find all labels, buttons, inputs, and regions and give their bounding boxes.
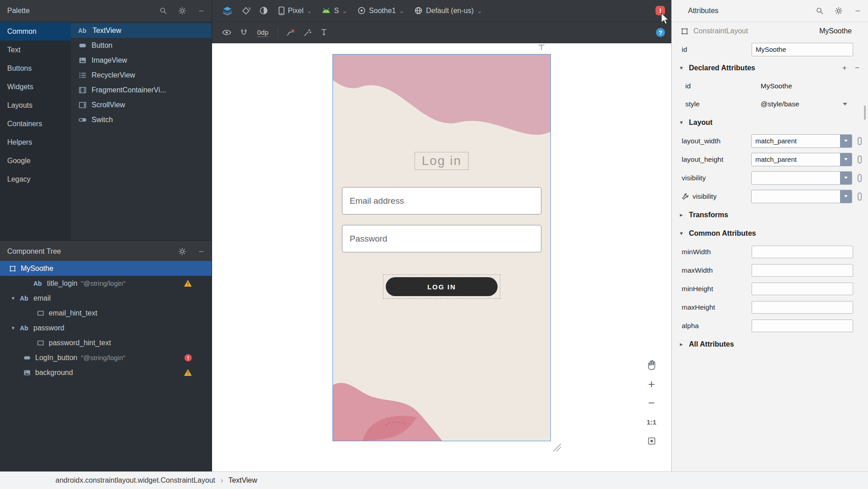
tools-attribute-pill-icon[interactable]	[858, 155, 862, 164]
design-surface[interactable]: Log in Email address Password LOG IN + −…	[212, 43, 671, 471]
palette-category-legacy[interactable]: Legacy	[0, 170, 71, 188]
minimize-icon[interactable]: −	[854, 7, 862, 15]
pack-align-icon[interactable]	[320, 28, 328, 37]
textview-title-login[interactable]: Log in	[415, 152, 469, 170]
zoom-out-icon[interactable]: −	[648, 398, 655, 408]
login-button-view[interactable]: LOG IN	[383, 274, 500, 299]
textview-icon: Ab	[78, 27, 88, 34]
default-margin-selector[interactable]: 0dp	[257, 28, 268, 37]
section-layout[interactable]: ▾ Layout	[672, 113, 868, 132]
palette-component-button[interactable]: Button	[71, 38, 212, 53]
chevron-down-icon: ⌄	[477, 9, 482, 13]
login-button[interactable]: LOG IN	[386, 277, 498, 296]
chevron-down-icon[interactable]: ▾	[10, 324, 16, 331]
tree-item-background[interactable]: background !	[0, 365, 212, 380]
declared-row-id[interactable]: id MySoothe	[672, 77, 868, 95]
zoom-actual-size-button[interactable]: 1:1	[646, 416, 656, 427]
section-transforms[interactable]: ▸ Transforms	[672, 206, 868, 224]
design-blueprint-icon[interactable]	[222, 5, 233, 16]
palette-component-textview[interactable]: Ab TextView	[71, 23, 212, 38]
tree-item-email-hint-text[interactable]: email_hint_text	[0, 306, 212, 320]
tools-attribute-pill-icon[interactable]	[858, 137, 862, 145]
visibility-combo[interactable]	[751, 171, 852, 185]
zoom-in-icon[interactable]: +	[648, 379, 655, 389]
tools-visibility-combo[interactable]	[751, 190, 852, 203]
section-common-attributes[interactable]: ▾ Common Attributes	[672, 224, 868, 242]
canvas-resize-handle[interactable]	[553, 443, 561, 452]
api-version-selector[interactable]: S ⌄	[322, 7, 347, 15]
view-options-eye-icon[interactable]	[222, 28, 231, 37]
tree-item-password-hint-text[interactable]: password_hint_text	[0, 335, 212, 350]
palette-category-containers[interactable]: Containers	[0, 114, 71, 133]
tree-item-login-button[interactable]: LogIn_button "@string/login" !	[0, 350, 212, 365]
declared-row-style[interactable]: style @style/base	[672, 95, 868, 113]
scrollbar-thumb[interactable]	[864, 105, 866, 120]
add-attribute-icon[interactable]: +	[840, 64, 849, 73]
chevron-down-icon[interactable]	[840, 153, 852, 166]
gear-icon[interactable]	[178, 7, 186, 15]
help-icon[interactable]: ?	[656, 28, 665, 37]
chevron-down-icon[interactable]	[840, 190, 852, 203]
tools-attribute-pill-icon[interactable]	[858, 192, 862, 201]
password-field-view[interactable]: Password	[342, 225, 541, 252]
theme-selector[interactable]: Soothe1 ⌄	[357, 6, 404, 15]
palette-component-recyclerview[interactable]: RecyclerView	[71, 68, 212, 82]
warning-badge-icon[interactable]: !	[184, 369, 192, 376]
chevron-down-icon[interactable]	[840, 172, 852, 184]
minimize-icon[interactable]: −	[197, 247, 205, 256]
gear-icon[interactable]	[835, 7, 843, 15]
chevron-down-icon[interactable]: ▾	[10, 295, 16, 302]
clear-constraints-icon[interactable]	[286, 28, 295, 37]
layout-height-combo[interactable]: match_parent	[751, 153, 852, 166]
device-canvas[interactable]: Log in Email address Password LOG IN	[332, 54, 551, 441]
palette-component-switch[interactable]: Switch	[71, 112, 212, 127]
palette-category-layouts[interactable]: Layouts	[0, 96, 71, 114]
autoconnect-magnet-icon[interactable]	[240, 28, 248, 37]
search-icon[interactable]	[816, 7, 824, 15]
palette-category-widgets[interactable]: Widgets	[0, 78, 71, 96]
max-height-input[interactable]	[752, 301, 853, 314]
zoom-to-fit-icon[interactable]	[647, 435, 656, 446]
chevron-down-icon[interactable]	[843, 103, 847, 105]
palette-category-common[interactable]: Common	[0, 22, 71, 41]
breadcrumb-path[interactable]: androidx.constraintlayout.widget.Constra…	[55, 476, 215, 484]
search-icon[interactable]	[159, 7, 167, 15]
tree-item-mysoothe[interactable]: MySoothe	[0, 261, 212, 276]
palette-category-text[interactable]: Text	[0, 41, 71, 59]
chevron-down-icon[interactable]	[840, 135, 852, 147]
palette-title: Palette	[7, 7, 30, 15]
palette-component-scrollview[interactable]: ScrollView	[71, 97, 212, 112]
layout-width-combo[interactable]: match_parent	[751, 134, 852, 148]
tree-item-email[interactable]: ▾ Ab email	[0, 291, 212, 306]
palette-component-fragmentcontainer[interactable]: FragmentContainerVi...	[71, 82, 212, 97]
error-badge-icon[interactable]: !	[185, 354, 192, 361]
night-mode-icon[interactable]	[259, 6, 268, 15]
max-width-input[interactable]	[752, 264, 853, 277]
component-type-label: ConstraintLayout	[693, 27, 748, 35]
min-height-input[interactable]	[752, 283, 853, 295]
pan-hand-icon[interactable]	[646, 359, 657, 370]
id-input[interactable]	[752, 43, 853, 56]
remove-attribute-icon[interactable]: −	[853, 64, 862, 73]
minimize-icon[interactable]: −	[197, 7, 205, 15]
infer-constraints-wand-icon[interactable]	[303, 28, 312, 37]
tools-attribute-pill-icon[interactable]	[858, 174, 862, 182]
gear-icon[interactable]	[178, 247, 186, 256]
palette-categories: Common Text Buttons Widgets Layouts Cont…	[0, 22, 71, 240]
palette-component-imageview[interactable]: ImageView	[71, 53, 212, 68]
device-selector[interactable]: Pixel ⌄	[278, 6, 312, 15]
email-field-view[interactable]: Email address	[342, 187, 541, 215]
section-all-attributes[interactable]: ▸ All Attributes	[672, 335, 868, 353]
palette-category-buttons[interactable]: Buttons	[0, 59, 71, 78]
palette-category-google[interactable]: Google	[0, 151, 71, 170]
tree-item-title-login[interactable]: Ab title_login "@string/login" !	[0, 276, 212, 291]
section-declared-attributes[interactable]: ▾ Declared Attributes + −	[672, 59, 868, 77]
breadcrumb-current[interactable]: TextView	[228, 476, 257, 484]
locale-selector[interactable]: Default (en-us) ⌄	[414, 6, 482, 15]
tree-item-password[interactable]: ▾ Ab password	[0, 320, 212, 335]
min-width-input[interactable]	[752, 246, 853, 258]
palette-category-helpers[interactable]: Helpers	[0, 133, 71, 151]
orientation-icon[interactable]	[241, 6, 251, 16]
alpha-input[interactable]	[752, 320, 853, 332]
warning-badge-icon[interactable]: !	[184, 280, 192, 287]
